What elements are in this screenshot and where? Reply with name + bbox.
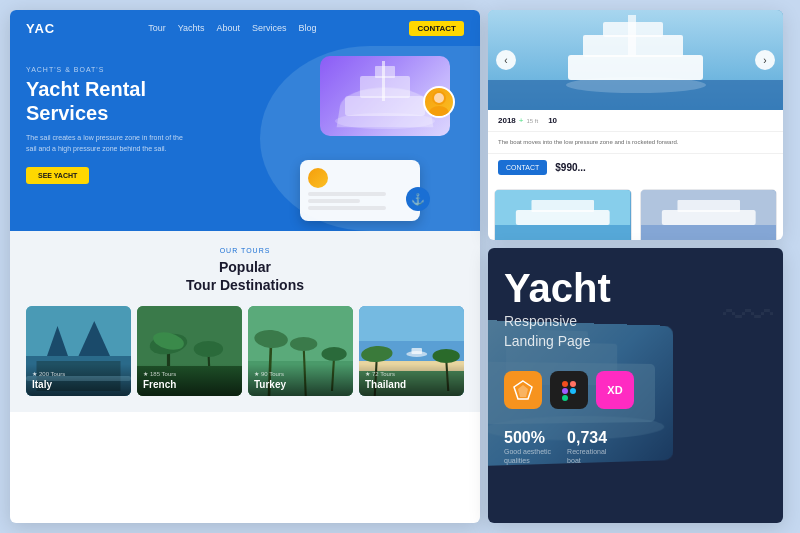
svg-point-28 bbox=[322, 347, 347, 361]
yacht-cards-row: Eisnmod 📅 357 Year 📏 23 ft 🛏 6 Berths $1… bbox=[488, 189, 783, 240]
branding-stat-0: 500% Good aestheticqualities bbox=[504, 429, 551, 465]
svg-rect-55 bbox=[677, 200, 740, 212]
branding-stats-row: 500% Good aestheticqualities 0,734 Recre… bbox=[504, 429, 767, 465]
branding-stat-label-1: Recreationalboat bbox=[567, 447, 607, 465]
svg-rect-1 bbox=[345, 96, 425, 116]
yacht-stats: 2018 + 15 ft 10 bbox=[488, 110, 783, 132]
dest-name-thailand: Thailand bbox=[365, 379, 458, 390]
branding-stat-value-1: 0,734 bbox=[567, 429, 607, 447]
hero-description: The sail creates a low pressure zone in … bbox=[26, 133, 186, 154]
dest-name-turkey: Turkey bbox=[254, 379, 347, 390]
contact-button[interactable]: CONTACT bbox=[498, 160, 547, 175]
branding-icons-row: XD bbox=[504, 371, 767, 409]
dest-tours-count: ★ 185 Tours bbox=[143, 370, 236, 377]
ui-card-line bbox=[308, 206, 386, 210]
branding-content: Yacht Responsive Landing Page bbox=[488, 248, 783, 485]
destination-turkey[interactable]: ★ 90 Tours Turkey bbox=[248, 306, 353, 396]
dest-overlay: ★ 72 Tours Thailand bbox=[359, 364, 464, 396]
nav-link-blog[interactable]: Blog bbox=[299, 23, 317, 33]
nav-contact-button[interactable]: CONTACT bbox=[409, 21, 464, 36]
yacht-hero-bg bbox=[488, 10, 783, 110]
nav-logo: YAC bbox=[26, 21, 55, 36]
svg-rect-46 bbox=[628, 15, 636, 55]
ui-card-line bbox=[308, 199, 360, 203]
dest-tours-count: ★ 72 Tours bbox=[365, 370, 458, 377]
stat-year-value: 2018 bbox=[498, 116, 516, 125]
stat-year: 2018 + 15 ft bbox=[498, 116, 538, 125]
svg-rect-64 bbox=[570, 381, 576, 387]
yacht-detail-image: ‹ › bbox=[488, 10, 783, 110]
svg-rect-53 bbox=[641, 225, 777, 240]
svg-rect-63 bbox=[562, 381, 568, 387]
hero-cta-button[interactable]: SEE YACHT bbox=[26, 167, 89, 184]
svg-rect-49 bbox=[495, 225, 631, 240]
svg-point-47 bbox=[566, 77, 706, 93]
svg-point-0 bbox=[335, 113, 435, 129]
branding-background: Yacht Responsive Landing Page bbox=[488, 248, 783, 523]
dest-name-italy: Italy bbox=[32, 379, 125, 390]
svg-rect-50 bbox=[516, 210, 610, 225]
dest-tours-count: ★ 90 Tours bbox=[254, 370, 347, 377]
branding-stat-label-0: Good aestheticqualities bbox=[504, 447, 551, 465]
nav-link-about[interactable]: About bbox=[217, 23, 241, 33]
hero-card-mockup: ⚓ bbox=[300, 56, 460, 221]
svg-point-37 bbox=[433, 349, 460, 363]
nav-link-tour[interactable]: Tour bbox=[148, 23, 166, 33]
destination-thailand[interactable]: ★ 72 Tours Thailand bbox=[359, 306, 464, 396]
tour-title: PopularTour Destinations bbox=[26, 258, 464, 294]
nav-link-yachts[interactable]: Yachts bbox=[178, 23, 205, 33]
tour-label: OUR TOURS bbox=[26, 247, 464, 254]
nav-arrow-left[interactable]: ‹ bbox=[496, 50, 516, 70]
website-preview: YAC Tour Yachts About Services Blog CONT… bbox=[10, 10, 480, 523]
dest-overlay: ★ 185 Tours French bbox=[137, 364, 242, 396]
nav-links: Tour Yachts About Services Blog bbox=[71, 23, 393, 33]
yacht-price: $990... bbox=[555, 162, 586, 173]
dest-name-french: French bbox=[143, 379, 236, 390]
svg-rect-30 bbox=[359, 306, 464, 341]
svg-point-67 bbox=[570, 388, 576, 394]
nav-link-services[interactable]: Services bbox=[252, 23, 287, 33]
xd-icon: XD bbox=[596, 371, 634, 409]
svg-point-7 bbox=[429, 106, 449, 116]
yacht-card-image bbox=[495, 190, 631, 240]
hero-avatar bbox=[423, 86, 455, 118]
stat-berths: 10 bbox=[548, 116, 560, 125]
stat-ft: 15 ft bbox=[526, 118, 538, 124]
nav-arrow-right[interactable]: › bbox=[755, 50, 775, 70]
dest-tours-count: ★ 200 Tours bbox=[32, 370, 125, 377]
stat-berths-value: 10 bbox=[548, 116, 557, 125]
yacht-card-image bbox=[641, 190, 777, 240]
yacht-detail-panel: ‹ › 2018 + 15 ft 10 The boat moves into … bbox=[488, 10, 783, 240]
svg-rect-39 bbox=[412, 348, 423, 354]
svg-rect-66 bbox=[562, 395, 568, 401]
branding-stat-value-0: 500% bbox=[504, 429, 551, 447]
stat-change: + bbox=[519, 116, 524, 125]
svg-rect-54 bbox=[661, 210, 755, 225]
destination-french[interactable]: ★ 185 Tours French bbox=[137, 306, 242, 396]
yacht-description: The boat moves into the low pressure zon… bbox=[488, 132, 783, 153]
destination-italy[interactable]: ★ 200 Tours Italy bbox=[26, 306, 131, 396]
svg-point-19 bbox=[194, 341, 223, 357]
figma-icon bbox=[550, 371, 588, 409]
branding-panel: Yacht Responsive Landing Page bbox=[488, 248, 783, 523]
branding-subtitle: Responsive Landing Page bbox=[504, 312, 767, 351]
svg-marker-62 bbox=[518, 385, 528, 397]
ui-card-avatar bbox=[308, 168, 328, 188]
svg-rect-65 bbox=[562, 388, 568, 394]
branding-title: Yacht bbox=[504, 268, 767, 308]
yacht-card-eisnmod[interactable]: Eisnmod 📅 357 Year 📏 23 ft 🛏 6 Berths $1… bbox=[494, 189, 632, 240]
branding-stat-1: 0,734 Recreationalboat bbox=[567, 429, 607, 465]
anchor-icon: ⚓ bbox=[406, 187, 430, 211]
svg-rect-4 bbox=[382, 61, 385, 101]
yacht-bottom-bar: CONTACT $990... bbox=[488, 153, 783, 181]
sketch-icon bbox=[504, 371, 542, 409]
svg-point-26 bbox=[290, 337, 317, 351]
svg-point-6 bbox=[434, 93, 444, 103]
ui-card-lines bbox=[308, 192, 412, 210]
hero-ui-card bbox=[300, 160, 420, 221]
dest-overlay: ★ 200 Tours Italy bbox=[26, 364, 131, 396]
page-wrapper: YAC Tour Yachts About Services Blog CONT… bbox=[0, 0, 800, 533]
yacht-card-lahore[interactable]: Lahore 📅 416 Year 📏 11 ft 🛏 8 Berths $92… bbox=[640, 189, 778, 240]
svg-rect-43 bbox=[568, 55, 703, 80]
navbar: YAC Tour Yachts About Services Blog CONT… bbox=[10, 10, 480, 46]
